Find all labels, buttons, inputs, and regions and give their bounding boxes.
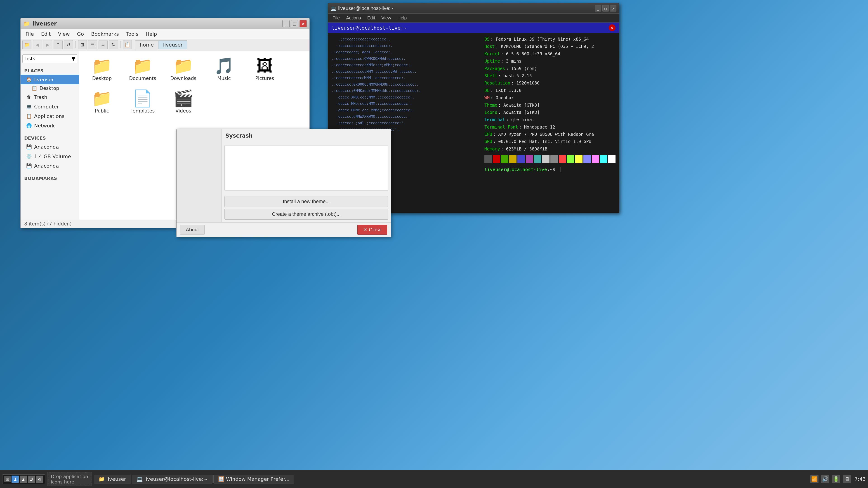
file-item-documents[interactable]: 📁 Documents xyxy=(125,55,161,84)
sidebar-item-anaconda1[interactable]: 💾 Anaconda xyxy=(21,142,79,152)
menu-bookmarks[interactable]: Bookmarks xyxy=(88,30,122,38)
home-icon: 🏠 xyxy=(26,76,32,83)
sidebar-item-applications[interactable]: 📋 Applications xyxy=(21,111,79,121)
sidebar-anaconda2-label: Anaconda xyxy=(34,163,59,169)
parent-button[interactable]: ↑ xyxy=(54,40,63,49)
menu-help[interactable]: Help xyxy=(143,30,160,38)
taskbar-btn-terminal[interactable]: 💻 liveuser@localhost-live:~ xyxy=(132,475,213,484)
tray-icons: 📶 🔊 🔋 🖥 xyxy=(810,475,851,483)
toolbar-separator2 xyxy=(120,41,121,48)
file-item-videos[interactable]: 🎬 Videos xyxy=(165,88,202,116)
pref-footer: About ✕ Close xyxy=(177,222,391,237)
bookmarks-section: Bookmarks xyxy=(21,172,79,184)
term-menu-file[interactable]: File xyxy=(330,14,342,22)
maximize-button[interactable]: □ xyxy=(291,20,298,27)
devices-section: Devices 💾 Anaconda 💿 1.4 GB Volume 💾 Ana… xyxy=(21,132,79,172)
compact-view-button[interactable]: ≡ xyxy=(98,40,107,49)
menu-go[interactable]: Go xyxy=(74,30,87,38)
pref-theme-area xyxy=(224,145,388,191)
refresh-button[interactable]: ↺ xyxy=(64,40,73,49)
menu-view[interactable]: View xyxy=(55,30,73,38)
file-item-templates[interactable]: 📄 Templates xyxy=(125,88,161,116)
color-swatch-8 xyxy=(550,155,558,163)
preferences-taskbar-icon: 🪟 xyxy=(218,476,224,482)
detail-view-button[interactable]: ☰ xyxy=(88,40,97,49)
new-folder-button[interactable]: 📁 xyxy=(22,40,31,49)
close-pref-button[interactable]: ✕ Close xyxy=(358,225,387,235)
create-archive-button[interactable]: Create a theme archive (.obt)... xyxy=(224,209,388,220)
toolbar: 📁 ◀ ▶ ↑ ↺ ⊞ ☰ ≡ ⇅ 📋 home liveuser xyxy=(21,39,309,51)
color-swatch-3 xyxy=(509,155,517,163)
terminal-icon: 💻 xyxy=(331,6,336,11)
file-manager-titlebar: 📁 liveuser _ □ ✕ xyxy=(21,18,309,29)
file-label-music: Music xyxy=(217,76,231,81)
trash-icon: 🗑 xyxy=(26,94,32,100)
clock: 7:43 xyxy=(855,476,866,482)
sidebar-dropdown-label: Lists xyxy=(24,56,35,61)
sidebar-item-computer[interactable]: 💻 Computer xyxy=(21,102,79,111)
sidebar-dropdown[interactable]: Lists ▼ xyxy=(22,55,77,63)
sidebar-item-liveuser[interactable]: 🏠 liveuser xyxy=(21,75,79,84)
terminal-minimize[interactable]: _ xyxy=(595,5,601,11)
install-theme-button[interactable]: Install a new theme... xyxy=(224,196,388,207)
term-menu-view[interactable]: View xyxy=(379,14,394,22)
forward-button[interactable]: ▶ xyxy=(43,40,52,49)
path-toggle-button[interactable]: 📋 xyxy=(123,40,132,49)
breadcrumb-liveuser[interactable]: liveuser xyxy=(158,40,187,49)
sidebar-item-desktop[interactable]: 📋 Desktop xyxy=(21,84,79,92)
close-button[interactable]: ✕ xyxy=(300,20,307,27)
term-menu-actions[interactable]: Actions xyxy=(343,14,364,22)
menu-file[interactable]: File xyxy=(22,30,37,38)
color-swatch-1 xyxy=(493,155,500,163)
display-tray-icon: 🖥 xyxy=(843,475,851,483)
places-heading: Places xyxy=(21,67,79,75)
taskbar-btn-filemanager[interactable]: 📁 liveuser xyxy=(94,475,131,484)
pager-2[interactable]: 2 xyxy=(20,476,27,483)
file-item-downloads[interactable]: 📁 Downloads xyxy=(165,55,202,84)
terminal-taskbar-icon: 💻 xyxy=(136,476,143,482)
file-label-pictures: Pictures xyxy=(255,76,274,81)
sidebar-item-network[interactable]: 🌐 Network xyxy=(21,121,79,130)
about-button[interactable]: About xyxy=(180,225,205,235)
prompt-separator: :~$ xyxy=(547,167,558,172)
term-menu-edit[interactable]: Edit xyxy=(365,14,378,22)
folder-icon-pictures: 🖼 xyxy=(256,58,273,74)
taskbar-drop-area: Drop applicationicons here xyxy=(47,472,92,486)
taskbar-buttons: 📁 liveuser 💻 liveuser@localhost-live:~ 🪟… xyxy=(94,475,294,484)
minimize-button[interactable]: _ xyxy=(282,20,289,27)
sidebar-anaconda1-label: Anaconda xyxy=(34,144,59,150)
color-swatch-6 xyxy=(534,155,541,163)
menu-tools[interactable]: Tools xyxy=(123,30,142,38)
breadcrumb-home[interactable]: home xyxy=(135,40,158,49)
back-button[interactable]: ◀ xyxy=(33,40,42,49)
file-manager-icon: 📁 xyxy=(23,21,30,27)
pref-sidebar xyxy=(177,129,222,222)
terminal-maximize[interactable]: □ xyxy=(602,5,609,11)
file-label-documents: Documents xyxy=(129,76,156,81)
term-menu-help[interactable]: Help xyxy=(395,14,409,22)
file-item-music[interactable]: 🎵 Music xyxy=(206,55,242,84)
cursor xyxy=(558,167,561,172)
file-item-pictures[interactable]: 🖼 Pictures xyxy=(247,55,283,84)
terminal-close[interactable]: ✕ xyxy=(610,5,616,11)
statusbar-items: 8 item(s) (7 hidden) xyxy=(24,221,72,227)
file-manager-title: liveuser xyxy=(32,21,57,27)
pager-3[interactable]: 3 xyxy=(28,476,35,483)
pref-content: Syscrash Install a new theme... Create a… xyxy=(177,129,391,222)
file-item-desktop[interactable]: 📁 Desktop xyxy=(84,55,120,84)
menu-edit[interactable]: Edit xyxy=(38,30,54,38)
pager-1[interactable]: 1 xyxy=(11,476,19,483)
sidebar-item-anaconda2[interactable]: 💾 Anaconda xyxy=(21,161,79,170)
sidebar-item-trash[interactable]: 🗑 Trash xyxy=(21,92,79,102)
sort-button[interactable]: ⇅ xyxy=(109,40,118,49)
taskbar-btn-preferences[interactable]: 🪟 Window Manager Prefer... xyxy=(213,475,294,484)
sidebar-applications-label: Applications xyxy=(34,113,64,119)
file-label-downloads: Downloads xyxy=(170,76,196,81)
icon-view-button[interactable]: ⊞ xyxy=(78,40,87,49)
file-item-public[interactable]: 📁 Public xyxy=(84,88,120,116)
network-icon: 🌐 xyxy=(26,123,32,129)
pager-4[interactable]: 4 xyxy=(36,476,43,483)
sidebar-item-volume[interactable]: 💿 1.4 GB Volume xyxy=(21,152,79,161)
volume-icon: 💿 xyxy=(26,153,32,159)
terminal-header-close[interactable]: ✕ xyxy=(609,24,616,31)
